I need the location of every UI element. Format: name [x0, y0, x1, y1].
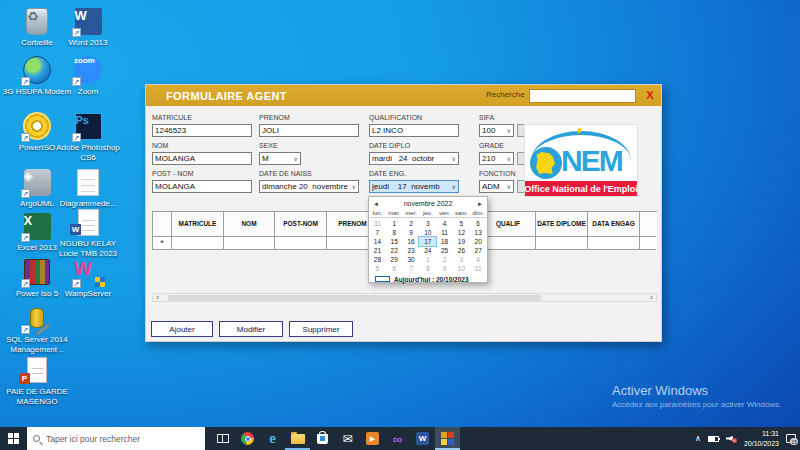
calendar-day[interactable]: 30 [403, 255, 420, 264]
desktop-icon-zoom[interactable]: zoom↗ Zoom [53, 55, 123, 97]
taskbar-word[interactable]: W [410, 427, 435, 450]
calendar-next-icon[interactable]: ► [477, 201, 483, 207]
table-cell[interactable] [275, 237, 327, 250]
calendar-today-row[interactable]: Aujourd'hui : 20/10/2023 [369, 273, 487, 285]
sexe-combobox[interactable]: M∨ [259, 152, 301, 165]
modifier-button[interactable]: Modifier [219, 321, 283, 337]
taskbar-media-player[interactable]: ▶ [360, 427, 385, 450]
column-header[interactable]: POST-NOM [275, 212, 327, 237]
calendar-day[interactable]: 6 [386, 264, 403, 273]
volume-muted-icon[interactable]: ✕ [726, 434, 737, 443]
calendar-day[interactable]: 26 [453, 246, 470, 255]
calendar-day[interactable]: 20 [470, 237, 487, 246]
calendar-day[interactable]: 29 [386, 255, 403, 264]
calendar-day[interactable]: 4 [436, 219, 453, 228]
calendar-day[interactable]: 9 [403, 228, 420, 237]
calendar-day[interactable]: 11 [436, 228, 453, 237]
table-cell[interactable] [588, 237, 640, 250]
calendar-day[interactable]: 18 [436, 237, 453, 246]
taskbar-visual-studio[interactable]: ∞ [385, 427, 410, 450]
taskbar-edge[interactable]: e [260, 427, 285, 450]
taskbar-file-explorer[interactable] [285, 427, 310, 450]
sifa-combobox[interactable]: 100∨ [479, 124, 514, 137]
calendar-day[interactable]: 1 [419, 255, 436, 264]
matricule-input[interactable]: 1246523 [152, 124, 252, 137]
table-horizontal-scrollbar[interactable]: ‹ › [152, 293, 657, 302]
action-center-icon[interactable]: 15 [786, 434, 796, 443]
start-button[interactable] [0, 427, 27, 450]
calendar-day[interactable]: 10 [419, 228, 436, 237]
battery-icon[interactable] [708, 436, 719, 442]
calendar-day[interactable]: 9 [436, 264, 453, 273]
calendar-day[interactable]: 19 [453, 237, 470, 246]
date-naiss-datepicker[interactable]: dimanche 20 novembre :∨ [259, 180, 359, 193]
tray-chevron-icon[interactable]: ∧ [695, 434, 701, 443]
window-titlebar[interactable]: FORMULAIRE AGENT Recherche X [146, 85, 661, 106]
column-header[interactable]: DATA ENGAG [588, 212, 640, 237]
date-eng-datepicker[interactable]: jeudi 17 novemb∨ [369, 180, 459, 193]
calendar-day[interactable]: 11 [470, 264, 487, 273]
calendar-day[interactable]: 4 [470, 255, 487, 264]
ajouter-button[interactable]: Ajouter [151, 321, 213, 337]
calendar-day[interactable]: 25 [436, 246, 453, 255]
table-cell[interactable] [224, 237, 275, 250]
desktop-icon-paie-de-garde[interactable]: P PAIE DE GARDE MASENGO [2, 355, 72, 406]
calendar-day[interactable]: 31 [369, 219, 386, 228]
taskbar-chrome[interactable] [235, 427, 260, 450]
calendar-day[interactable]: 13 [470, 228, 487, 237]
date-diplo-datepicker[interactable]: mardi 24 octobr∨ [369, 152, 459, 165]
calendar-day[interactable]: 7 [369, 228, 386, 237]
table-cell[interactable] [536, 237, 588, 250]
calendar-day[interactable]: 17 [419, 237, 436, 246]
calendar-day[interactable]: 5 [369, 264, 386, 273]
recherche-input[interactable] [529, 89, 636, 103]
column-header[interactable]: DATE DIPLOME [536, 212, 588, 237]
calendar-month-title[interactable]: novembre 2022 [379, 200, 477, 207]
calendar-day[interactable]: 2 [436, 255, 453, 264]
nom-input[interactable]: MOLANGA [152, 152, 252, 165]
calendar-day[interactable]: 1 [386, 219, 403, 228]
calendar-day[interactable]: 16 [403, 237, 420, 246]
calendar-day[interactable]: 5 [453, 219, 470, 228]
fonction-combobox[interactable]: ADM∨ [479, 180, 514, 193]
scrollbar-thumb[interactable] [168, 295, 541, 301]
post-nom-input[interactable]: MOLANGA [152, 180, 252, 193]
calendar-day[interactable]: 28 [369, 255, 386, 264]
desktop-icon-sql-server[interactable]: ↗ SQL Server 2014 Management .. [2, 303, 72, 354]
column-header[interactable]: QUALIF [481, 212, 536, 237]
taskbar-search[interactable]: Taper ici pour rechercher [27, 427, 205, 450]
calendar-day[interactable]: 2 [403, 219, 420, 228]
desktop-icon-wampserver[interactable]: W↗ WampServer [53, 257, 123, 299]
supprimer-button[interactable]: Supprimer [289, 321, 353, 337]
desktop-icon-word-2013[interactable]: W↗ Word 2013 [53, 6, 123, 48]
calendar-day[interactable]: 27 [470, 246, 487, 255]
desktop-icon-photoshop[interactable]: Ps↗ Adobe Photoshop CS6 [53, 111, 123, 162]
scroll-right-arrow-icon[interactable]: › [647, 294, 656, 301]
calendar-day[interactable]: 23 [403, 246, 420, 255]
qualification-input[interactable]: L2 INCO [369, 124, 459, 137]
calendar-day[interactable]: 22 [386, 246, 403, 255]
calendar-day[interactable]: 21 [369, 246, 386, 255]
desktop-icon-diagramme[interactable]: Diagrammede... [53, 167, 123, 209]
table-cell[interactable] [481, 237, 536, 250]
calendar-day[interactable]: 10 [453, 264, 470, 273]
calendar-day[interactable]: 3 [419, 219, 436, 228]
taskbar-formulaire-app[interactable] [435, 427, 460, 450]
desktop-icon-ngubu-doc[interactable]: W NGUBU KELAY Lucie TMB 2023 [53, 207, 123, 258]
scrollbar-track[interactable] [162, 294, 647, 301]
table-cell[interactable] [172, 237, 224, 250]
calendar-day[interactable]: 7 [403, 264, 420, 273]
close-button[interactable]: X [643, 88, 657, 102]
calendar-day[interactable]: 6 [470, 219, 487, 228]
calendar-day[interactable]: 8 [386, 228, 403, 237]
column-header[interactable]: NOM [224, 212, 275, 237]
task-view-button[interactable] [210, 427, 235, 450]
calendar-day[interactable]: 12 [453, 228, 470, 237]
taskbar-store[interactable] [310, 427, 335, 450]
clock[interactable]: 11:31 20/10/2023 [744, 429, 779, 447]
calendar-day[interactable]: 8 [419, 264, 436, 273]
taskbar-mail[interactable]: ✉ [335, 427, 360, 450]
calendar-day[interactable]: 24 [419, 246, 436, 255]
grade-combobox[interactable]: 210∨ [479, 152, 514, 165]
scroll-left-arrow-icon[interactable]: ‹ [153, 294, 162, 301]
